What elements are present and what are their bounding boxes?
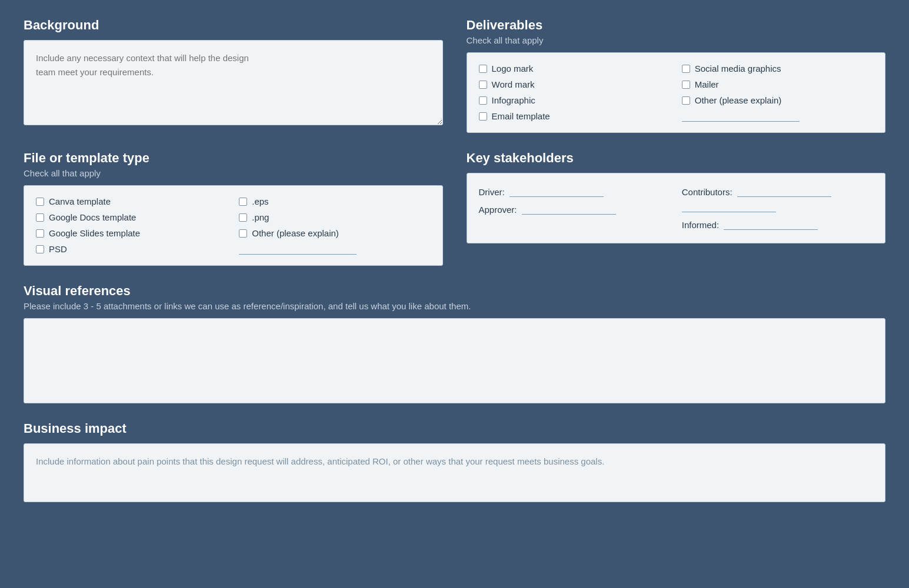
- driver-input[interactable]: [510, 186, 604, 197]
- list-item: Mailer: [682, 79, 873, 89]
- visual-references-title: Visual references: [24, 283, 885, 299]
- mailer-label: Mailer: [695, 79, 719, 89]
- background-title: Background: [24, 18, 443, 33]
- infographic-checkbox[interactable]: [479, 96, 487, 105]
- eps-checkbox[interactable]: [239, 198, 247, 206]
- list-item: Canva template: [36, 196, 227, 206]
- stakeholders-left-col: Driver: Approver:: [479, 186, 670, 230]
- canva-template-checkbox[interactable]: [36, 198, 44, 206]
- contributors-line2: [682, 202, 776, 212]
- file-template-col1: Canva template Google Docs template Goog…: [36, 196, 227, 255]
- deliverables-other-field: [682, 111, 800, 122]
- approver-field: Approver:: [479, 204, 670, 215]
- business-impact-section: Business impact Include information abou…: [24, 421, 885, 502]
- stakeholders-box: Driver: Approver: Contributors:: [467, 173, 886, 243]
- social-media-label: Social media graphics: [695, 64, 781, 74]
- google-slides-label: Google Slides template: [49, 228, 140, 238]
- list-item: Logo mark: [479, 64, 670, 74]
- file-other-field: [239, 244, 357, 255]
- list-item: Other (please explain): [682, 95, 873, 105]
- list-item: Other (please explain): [239, 228, 430, 238]
- informed-input[interactable]: [724, 219, 818, 230]
- informed-field: Informed:: [682, 219, 873, 230]
- email-template-label: Email template: [492, 111, 550, 121]
- business-impact-title: Business impact: [24, 421, 885, 436]
- deliverables-col1: Logo mark Word mark Infographic Email te…: [479, 64, 670, 122]
- social-media-checkbox[interactable]: [682, 65, 690, 73]
- other-file-checkbox[interactable]: [239, 229, 247, 238]
- file-template-title: File or template type: [24, 151, 443, 166]
- key-stakeholders-section: Key stakeholders Driver: Approver: Contr…: [467, 151, 886, 266]
- deliverables-title: Deliverables: [467, 18, 886, 33]
- deliverables-subtitle: Check all that apply: [467, 35, 886, 45]
- other-deliverable-checkbox[interactable]: [682, 96, 690, 105]
- google-slides-checkbox[interactable]: [36, 229, 44, 238]
- file-template-grid: Canva template Google Docs template Goog…: [24, 185, 443, 266]
- visual-references-section: Visual references Please include 3 - 5 a…: [24, 283, 885, 403]
- informed-label: Informed:: [682, 220, 719, 230]
- driver-field: Driver:: [479, 186, 670, 197]
- list-item: Infographic: [479, 95, 670, 105]
- approver-label: Approver:: [479, 205, 517, 215]
- list-item: Word mark: [479, 79, 670, 89]
- logo-mark-checkbox[interactable]: [479, 65, 487, 73]
- business-impact-box: Include information about pain points th…: [24, 443, 885, 502]
- approver-input[interactable]: [522, 204, 616, 215]
- mailer-checkbox[interactable]: [682, 81, 690, 89]
- driver-label: Driver:: [479, 187, 505, 197]
- list-item: Email template: [479, 111, 670, 121]
- visual-references-subtitle: Please include 3 - 5 attachments or link…: [24, 301, 885, 311]
- google-docs-label: Google Docs template: [49, 212, 136, 222]
- psd-label: PSD: [49, 244, 67, 254]
- list-item: PSD: [36, 244, 227, 254]
- contributors-line1: [737, 186, 831, 197]
- list-item: Google Slides template: [36, 228, 227, 238]
- contributors-label: Contributors:: [682, 187, 732, 197]
- deliverables-grid: Logo mark Word mark Infographic Email te…: [467, 52, 886, 133]
- google-docs-checkbox[interactable]: [36, 213, 44, 222]
- list-item: .png: [239, 212, 430, 222]
- other-file-label: Other (please explain): [252, 228, 339, 238]
- canva-template-label: Canva template: [49, 196, 111, 206]
- stakeholders-title: Key stakeholders: [467, 151, 886, 166]
- deliverables-section: Deliverables Check all that apply Logo m…: [467, 18, 886, 133]
- background-section: Background: [24, 18, 443, 133]
- visual-references-box: [24, 318, 885, 403]
- background-input[interactable]: [24, 40, 443, 125]
- file-template-col2: .eps .png Other (please explain): [239, 196, 430, 255]
- list-item: Google Docs template: [36, 212, 227, 222]
- logo-mark-label: Logo mark: [492, 64, 534, 74]
- contributors-field: Contributors:: [682, 186, 873, 212]
- stakeholders-right-col: Contributors: Informed:: [682, 186, 873, 230]
- business-impact-placeholder: Include information about pain points th…: [36, 456, 604, 466]
- file-template-section: File or template type Check all that app…: [24, 151, 443, 266]
- list-item: .eps: [239, 196, 430, 206]
- psd-checkbox[interactable]: [36, 245, 44, 253]
- png-checkbox[interactable]: [239, 213, 247, 222]
- eps-label: .eps: [252, 196, 268, 206]
- list-item: Social media graphics: [682, 64, 873, 74]
- word-mark-checkbox[interactable]: [479, 81, 487, 89]
- file-template-subtitle: Check all that apply: [24, 168, 443, 178]
- deliverables-col2: Social media graphics Mailer Other (plea…: [682, 64, 873, 122]
- other-deliverable-label: Other (please explain): [695, 95, 782, 105]
- png-label: .png: [252, 212, 269, 222]
- email-template-checkbox[interactable]: [479, 112, 487, 121]
- word-mark-label: Word mark: [492, 79, 535, 89]
- infographic-label: Infographic: [492, 95, 535, 105]
